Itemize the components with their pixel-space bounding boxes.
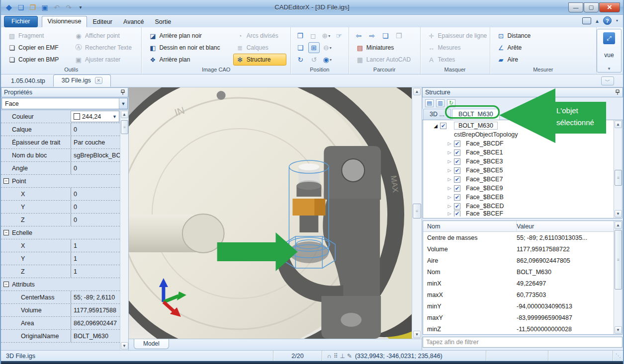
visibility-checkbox[interactable]: ✔	[454, 176, 460, 183]
visibility-checkbox[interactable]: ✔	[454, 158, 460, 165]
expander-icon[interactable]: ▷	[446, 150, 453, 155]
property-row[interactable]: −OriginalName BOLT_M630▼	[1, 330, 120, 343]
scroll-up-icon[interactable]: ▲	[121, 111, 128, 118]
help-menu-icon[interactable]: ▾	[616, 18, 618, 23]
status-mode-icon[interactable]: ⠿	[334, 353, 338, 360]
status-page-indicator[interactable]: 2/20	[273, 351, 322, 361]
properties-scrollbar[interactable]: ▲ ≡ ▼	[120, 110, 128, 350]
structure-tab-bolt[interactable]: BOLT_M630	[452, 109, 500, 120]
details-row[interactable]: Aire 862,096902447805	[423, 255, 614, 266]
tree-item[interactable]: ▷ ✔ Face_$BCE5	[423, 166, 614, 175]
model-layout-tab[interactable]: Model	[134, 339, 169, 349]
ribbon-button[interactable]: ▦Lancer AutoCAD	[353, 54, 416, 66]
details-row[interactable]: maxX 60,773503	[423, 289, 614, 300]
tree-item[interactable]: ▷ ✔ Face_$BCE3	[423, 157, 614, 166]
column-header-valeur[interactable]: Valeur	[517, 223, 614, 230]
visibility-checkbox[interactable]: ✔	[440, 123, 446, 129]
details-row[interactable]: minZ -11,5000000000028	[423, 323, 614, 334]
ribbon-button[interactable]: ◧Dessin en noir et blanc	[146, 42, 228, 54]
scroll-down-icon[interactable]: ▼	[615, 210, 622, 218]
qat-icon[interactable]: ❐	[28, 2, 38, 12]
position-tool-icon[interactable]: ❏	[295, 42, 306, 53]
visibility-checkbox[interactable]: ✔	[454, 167, 460, 174]
property-row[interactable]: −Nom du bloc sgBrepBlock_BC▼	[1, 149, 120, 162]
browse-tool-icon[interactable]: ⇦	[353, 30, 364, 41]
ribbon-button[interactable]: ↔Mesures	[425, 42, 490, 54]
pin-icon[interactable]	[615, 89, 620, 95]
resize-grip[interactable]: ⋱	[613, 353, 623, 359]
property-row[interactable]: −Épaisseur de trait Par couche▼	[1, 136, 120, 149]
ribbon-button[interactable]: ▤Miniatures	[353, 42, 416, 54]
tab-overflow-chevron[interactable]: ﹀	[601, 76, 614, 85]
collapse-ribbon-icon[interactable]: ▴	[596, 17, 599, 24]
details-row[interactable]: minX 49,226497	[423, 278, 614, 289]
details-row[interactable]: minY -94,0000034090513	[423, 300, 614, 312]
column-header-nom[interactable]: Nom	[423, 221, 517, 231]
tree-item[interactable]: ▷ ✔ Face_$BCE9	[423, 184, 614, 193]
collapse-icon[interactable]: −	[3, 282, 9, 287]
visibility-checkbox[interactable]: ✔	[454, 203, 460, 210]
tree-item[interactable]: ▷ ✔ Face_$BCDF	[423, 139, 614, 148]
position-tool-icon[interactable]: ⊞	[308, 42, 320, 53]
property-row[interactable]: −Y 1▼	[1, 252, 120, 265]
ribbon-button[interactable]: ❏Copier en EMF	[5, 42, 65, 54]
expander-icon[interactable]: ▷	[446, 195, 453, 200]
position-tool-icon[interactable]: ↻	[295, 54, 306, 65]
close-tab-icon[interactable]: ✕	[95, 77, 102, 84]
property-row[interactable]: −Angle 0▼	[1, 162, 120, 175]
position-tool-icon[interactable]: ◉	[322, 54, 333, 65]
ribbon-tab[interactable]: Sortie	[149, 17, 177, 27]
ribbon-button[interactable]: ∠Arête	[494, 42, 593, 54]
property-row[interactable]: −CenterMass 55; -89; 2,6110▼	[1, 291, 120, 304]
visibility-checkbox[interactable]: ✔	[454, 149, 460, 156]
ribbon-button[interactable]: ❏Copier en BMP	[5, 54, 65, 66]
expander-icon[interactable]: ◢	[432, 123, 439, 129]
status-mode-icon[interactable]: ∩	[327, 353, 332, 360]
details-row[interactable]: maxY -83,9999965909487	[423, 312, 614, 323]
ribbon-button[interactable]: ≣Calques	[233, 42, 286, 54]
scroll-up-icon[interactable]: ▲	[615, 221, 622, 229]
position-tool-icon[interactable]: ⊕	[321, 30, 332, 41]
details-scrollbar[interactable]: ▲ ≡ ▼	[614, 221, 622, 334]
tree-item[interactable]: ▷ ✔ Face_$BCE7	[423, 175, 614, 184]
ribbon-button[interactable]: ✛Epaisseur de ligne	[425, 30, 490, 42]
maximize-button[interactable]: ▢	[584, 2, 599, 12]
property-row[interactable]: −Echelle ▼	[1, 226, 120, 239]
ribbon-button[interactable]: ⒶRechercher Texte	[72, 42, 137, 54]
style-selector-icon[interactable]	[582, 17, 591, 24]
property-row[interactable]: −Z 0▼	[1, 214, 120, 226]
collapse-icon[interactable]: −	[3, 178, 9, 184]
property-row[interactable]: −X 0▼	[1, 188, 120, 201]
ribbon-tab[interactable]: Avancé	[118, 17, 149, 27]
property-row[interactable]: −Z 1▼	[1, 265, 120, 278]
ribbon-button[interactable]: ◔Arcs divisés	[233, 30, 286, 42]
scroll-up-icon[interactable]: ▲	[615, 121, 622, 128]
doc-tab-stp[interactable]: 1.05.040.stp	[3, 75, 53, 87]
property-row[interactable]: −Area 862,096902447▼	[1, 317, 120, 330]
property-row[interactable]: −Attributs ▼	[1, 278, 120, 291]
property-row[interactable]: −Couleur 244,24▼	[1, 110, 120, 123]
status-mode-icon[interactable]: ✎	[347, 353, 352, 360]
pin-icon[interactable]	[120, 89, 125, 95]
minimize-button[interactable]: —	[568, 2, 583, 12]
expander-icon[interactable]: ▷	[446, 168, 453, 173]
structure-tab-3d[interactable]: 3D ...	[423, 109, 451, 120]
details-row[interactable]: Centre de masses 55; -89; 2,61103013035.…	[423, 232, 614, 243]
qat-icon[interactable]: ↶	[52, 2, 62, 12]
scroll-down-icon[interactable]: ▼	[615, 326, 622, 334]
ribbon-tab[interactable]: Editeur	[87, 17, 118, 27]
ribbon-button[interactable]: ▧Fragment	[5, 30, 65, 42]
property-row[interactable]: −Volume 1177,95917588▼	[1, 304, 120, 317]
tree-scrollbar[interactable]: ▲ ≡ ▼	[614, 120, 622, 218]
position-tool-icon[interactable]: ❐	[295, 30, 306, 41]
viewport-scrollbar[interactable]: ▲ ≡ ▼	[412, 87, 422, 339]
structure-tool-icon[interactable]: ↻	[447, 99, 455, 107]
ribbon-button[interactable]: ◪Arrière plan noir	[146, 30, 228, 42]
position-tool-icon[interactable]: ◻	[308, 30, 319, 41]
visibility-checkbox[interactable]: ✔	[454, 185, 460, 192]
expander-icon[interactable]: ▷	[446, 141, 453, 146]
ribbon-button[interactable]: ✻Structure	[233, 54, 286, 66]
ribbon-button[interactable]: ⊡Distance	[494, 30, 593, 42]
property-row[interactable]: −Calque 0▼	[1, 123, 120, 136]
status-mode-icon[interactable]: ⊥	[340, 353, 345, 360]
